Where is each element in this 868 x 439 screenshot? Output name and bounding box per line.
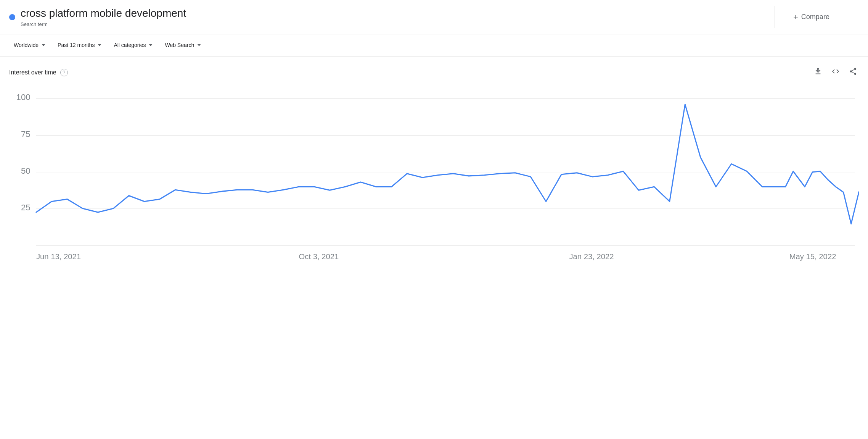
embed-button[interactable] <box>830 66 841 79</box>
filters-bar: Worldwide Past 12 months All categories … <box>0 34 868 56</box>
svg-text:25: 25 <box>21 203 31 212</box>
chart-header: Interest over time ? <box>9 66 859 79</box>
share-button[interactable] <box>847 66 859 79</box>
svg-text:Oct 3, 2021: Oct 3, 2021 <box>299 252 339 261</box>
svg-text:May 15, 2022: May 15, 2022 <box>789 252 836 261</box>
compare-section: + Compare <box>775 6 859 28</box>
time-range-filter[interactable]: Past 12 months <box>53 39 106 51</box>
chart-section: Interest over time ? <box>0 56 868 287</box>
compare-button[interactable]: + Compare <box>790 9 833 25</box>
categories-filter[interactable]: All categories <box>109 39 157 51</box>
search-term-dot <box>9 14 15 20</box>
time-range-chevron-icon <box>98 44 101 46</box>
worldwide-filter[interactable]: Worldwide <box>9 39 50 51</box>
worldwide-label: Worldwide <box>14 42 39 48</box>
search-type-filter[interactable]: Web Search <box>160 39 206 51</box>
chart-title-group: Interest over time ? <box>9 69 68 76</box>
download-button[interactable] <box>812 66 824 79</box>
chart-title: Interest over time <box>9 69 56 76</box>
search-term-subtitle: Search term <box>21 21 186 27</box>
svg-text:Jan 23, 2022: Jan 23, 2022 <box>569 252 614 261</box>
search-term-title: cross platform mobile development <box>21 7 186 20</box>
svg-text:100: 100 <box>16 92 31 102</box>
svg-text:75: 75 <box>21 129 31 139</box>
compare-plus-icon: + <box>793 12 798 22</box>
search-type-label: Web Search <box>165 42 194 48</box>
search-type-chevron-icon <box>197 44 201 46</box>
time-range-label: Past 12 months <box>58 42 95 48</box>
svg-text:Jun 13, 2021: Jun 13, 2021 <box>36 252 81 261</box>
trend-chart-final: 100 75 50 25 Jun 13, 2021 Oct 3, 2021 Ja… <box>9 88 859 271</box>
search-term-section: cross platform mobile development Search… <box>9 6 775 28</box>
help-icon[interactable]: ? <box>60 69 68 76</box>
search-term-text: cross platform mobile development Search… <box>21 7 186 27</box>
header: cross platform mobile development Search… <box>0 0 868 34</box>
categories-label: All categories <box>114 42 146 48</box>
svg-text:50: 50 <box>21 166 31 176</box>
chart-actions <box>812 66 859 79</box>
categories-chevron-icon <box>149 44 153 46</box>
compare-label: Compare <box>801 13 829 21</box>
chart-container: 100 75 50 25 Jun 13, 2021 Oct 3, 2021 Ja… <box>9 88 859 287</box>
worldwide-chevron-icon <box>42 44 45 46</box>
